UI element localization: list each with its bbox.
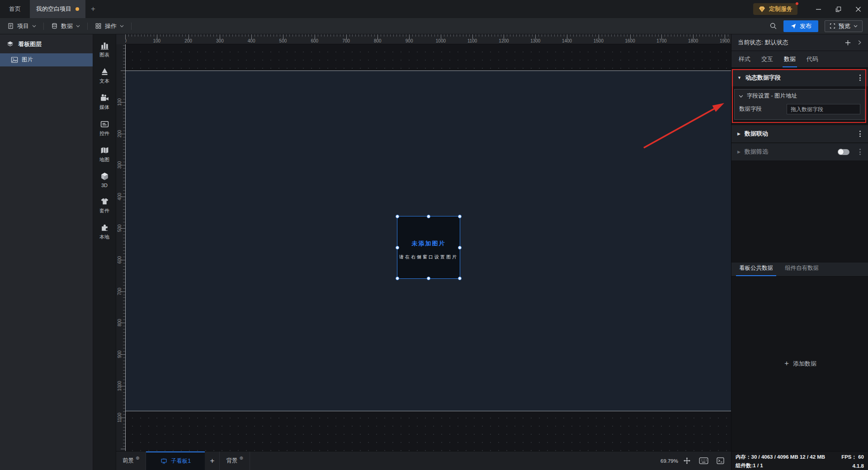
custom-service-button[interactable]: 定制服务: [753, 3, 797, 15]
menu-data[interactable]: 数据: [44, 18, 87, 34]
publish-label: 发布: [800, 22, 811, 30]
text-icon: [100, 67, 109, 76]
ruler-label: 1900: [720, 38, 730, 43]
tab-home[interactable]: 首页: [0, 0, 30, 18]
expand-triangle-icon: ▶: [737, 150, 741, 154]
canvas-viewport[interactable]: 未添加图片 请在右侧窗口设置图片: [125, 44, 731, 451]
horizontal-ruler: 0100200300400500600700800900100011001200…: [116, 34, 731, 44]
section-menu-button[interactable]: [858, 147, 862, 156]
statusbar-right-controls: 69.79%: [660, 451, 731, 470]
fit-to-screen-button[interactable]: [680, 457, 694, 465]
ruler-label: 200: [117, 130, 122, 137]
layers-panel: 看板图层 图片: [0, 34, 93, 470]
section-data-filter[interactable]: ▶ 数据筛选: [731, 143, 868, 160]
tab-board-shared-data[interactable]: 看板公共数据: [739, 264, 773, 276]
tab-component-own-data[interactable]: 组件自有数据: [785, 264, 819, 276]
layer-item-label: 图片: [22, 56, 33, 64]
bar-chart-icon: [100, 41, 109, 50]
tab-style[interactable]: 样式: [739, 51, 750, 67]
ruler-label: 200: [184, 38, 192, 43]
tab-code[interactable]: 代码: [807, 51, 818, 67]
expand-states-button[interactable]: [858, 40, 862, 45]
resize-handle-se[interactable]: [458, 277, 462, 280]
keyboard-icon: [699, 457, 708, 464]
restore-button[interactable]: [828, 0, 848, 18]
ruler-label: 900: [406, 38, 413, 43]
expand-triangle-icon[interactable]: ▶: [737, 132, 741, 136]
palette-item-controls[interactable]: 控件: [93, 119, 116, 137]
ruler-label: 1500: [594, 38, 604, 43]
puzzle-icon: [100, 223, 109, 232]
component-palette: 图表 文本 媒体 控件 地图 3D 套件 本地: [93, 34, 116, 470]
section-dynamic-data-fields[interactable]: ▼ 动态数据字段: [731, 69, 868, 86]
image-placeholder-hint: 请在右侧窗口设置图片: [399, 254, 458, 260]
resize-handle-n[interactable]: [427, 215, 430, 218]
palette-item-kit[interactable]: 套件: [93, 197, 116, 214]
shortcuts-button[interactable]: [696, 457, 712, 464]
subboard-tab[interactable]: 子看板1: [146, 451, 205, 470]
add-state-button[interactable]: [844, 39, 851, 46]
menu-data-label: 数据: [61, 22, 73, 30]
field-settings-header[interactable]: 字段设置 - 图片地址: [735, 89, 865, 103]
circle-plus-icon[interactable]: ⊕: [136, 456, 139, 461]
resize-handle-sw[interactable]: [396, 277, 399, 280]
search-button[interactable]: [765, 18, 781, 34]
current-state-row: 当前状态: 默认状态: [731, 34, 868, 51]
palette-item-text[interactable]: 文本: [93, 67, 116, 85]
palette-item-map[interactable]: 地图: [93, 146, 116, 163]
data-source-tabs: 看板公共数据 组件自有数据: [731, 263, 868, 277]
ruler-label: 1100: [467, 38, 477, 43]
foreground-button[interactable]: 前景 ⊕: [116, 451, 146, 470]
menu-project[interactable]: 项目: [0, 18, 43, 34]
control-panel-icon: [100, 119, 109, 129]
console-button[interactable]: [713, 457, 727, 464]
tab-interaction[interactable]: 交互: [761, 51, 773, 67]
resize-handle-w[interactable]: [396, 246, 399, 249]
resize-handle-s[interactable]: [427, 277, 430, 280]
tab-project[interactable]: 我的空白项目: [30, 0, 85, 18]
layer-item-image[interactable]: 图片: [0, 53, 93, 66]
image-component[interactable]: 未添加图片 请在右侧窗口设置图片: [397, 216, 460, 279]
add-subboard-button[interactable]: +: [205, 451, 219, 470]
field-settings-panel: 字段设置 - 图片地址 数据字段: [734, 89, 865, 120]
palette-item-3d[interactable]: 3D: [93, 172, 116, 188]
ruler-label: 900: [117, 351, 122, 358]
plus-icon: ＋: [783, 359, 790, 368]
menu-action[interactable]: 操作: [88, 18, 131, 34]
add-data-button[interactable]: ＋ 添加数据: [731, 359, 868, 368]
version-info: 4.1.8: [852, 463, 864, 469]
palette-item-charts[interactable]: 图表: [93, 41, 116, 58]
toggle-knob: [838, 149, 844, 155]
video-camera-icon: [100, 93, 109, 103]
ruler-label: 1700: [656, 38, 666, 43]
ruler-label: 500: [279, 38, 287, 43]
publish-button[interactable]: 发布: [783, 20, 818, 32]
chevron-down-icon: [739, 94, 743, 98]
data-filter-toggle[interactable]: [838, 149, 849, 155]
close-button[interactable]: [848, 0, 868, 18]
ruler-label: 1200: [499, 38, 509, 43]
tab-data[interactable]: 数据: [784, 51, 796, 67]
new-project-tab-button[interactable]: +: [85, 0, 101, 18]
zoom-percent: 69.79%: [660, 458, 678, 464]
resize-handle-e[interactable]: [458, 246, 462, 249]
circle-plus-icon[interactable]: ⊕: [239, 456, 243, 461]
section-data-linkage[interactable]: ▶ 数据联动: [731, 125, 868, 142]
grid-icon: [95, 23, 102, 29]
background-button[interactable]: 背景 ⊕: [220, 451, 249, 470]
ruler-label: 500: [117, 225, 122, 232]
section-menu-button[interactable]: [858, 129, 862, 138]
minimize-button[interactable]: [808, 0, 828, 18]
palette-item-local[interactable]: 本地: [93, 223, 116, 240]
resize-handle-ne[interactable]: [458, 215, 462, 218]
background-label: 背景: [226, 457, 237, 465]
palette-item-media[interactable]: 媒体: [93, 93, 116, 111]
resize-handle-nw[interactable]: [396, 215, 399, 218]
data-field-label: 数据字段: [739, 105, 762, 113]
data-field-input[interactable]: [787, 104, 860, 114]
notification-dot: [796, 2, 798, 5]
collapse-triangle-icon[interactable]: ▼: [737, 75, 741, 80]
section-menu-button[interactable]: [858, 73, 862, 82]
preview-button[interactable]: 预览: [825, 20, 863, 32]
section-title: 数据筛选: [745, 148, 768, 156]
